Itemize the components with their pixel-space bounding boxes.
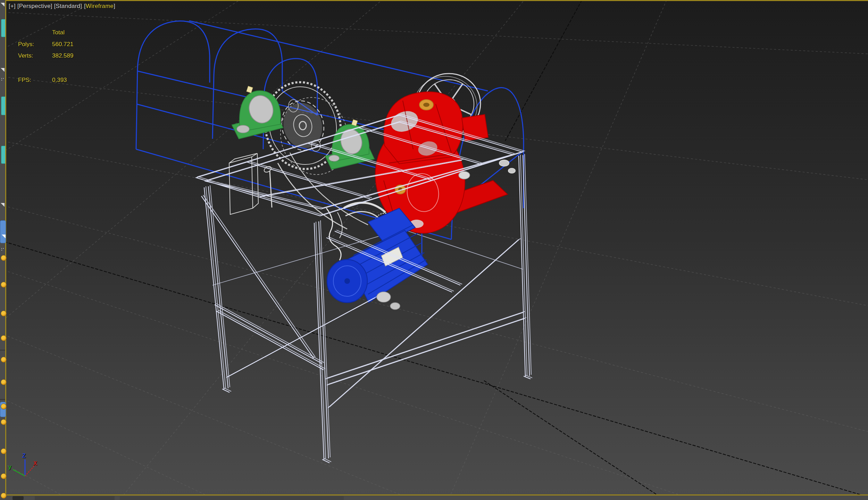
toolbar-separator xyxy=(0,399,5,400)
stats-polys-value: 560.721 xyxy=(52,41,73,48)
flyout-triangle-icon[interactable] xyxy=(1,203,5,207)
snap-toggle-blue-icon[interactable] xyxy=(0,402,6,417)
axis-z-label: Z xyxy=(22,453,26,459)
yellow-circle-tool-icon[interactable] xyxy=(1,419,7,425)
flyout-triangle-icon xyxy=(2,235,6,238)
grip-dots-icon xyxy=(1,78,4,80)
yellow-circle-tool-icon[interactable] xyxy=(1,473,7,479)
viewport-canvas[interactable] xyxy=(6,1,868,494)
stats-total-header: Total xyxy=(52,29,65,36)
trackbar-fragment xyxy=(12,496,24,500)
trackbar-fragment xyxy=(35,496,115,500)
shading-bracket-close: ] xyxy=(114,3,115,9)
grease-nipple-icon xyxy=(247,86,253,93)
toolbar-separator xyxy=(0,350,5,350)
stats-fps-label: FPS: xyxy=(18,77,52,84)
left-toolbar-sliver[interactable] xyxy=(0,0,5,500)
axis-y-label: y xyxy=(8,464,11,470)
pillow-block-bearing-left-green[interactable] xyxy=(232,86,283,139)
orange-ring-hole xyxy=(423,103,429,107)
yellow-circle-tool-icon[interactable] xyxy=(1,255,7,261)
snap-toggle-blue-icon[interactable] xyxy=(0,220,6,243)
trackbar-fragment xyxy=(120,496,344,500)
yellow-circle-tool-icon[interactable] xyxy=(1,282,7,288)
shading-mode-label[interactable]: Wireframe xyxy=(86,3,114,9)
pillow-block-bearing-right-green[interactable] xyxy=(325,119,374,169)
yellow-circle-tool-icon[interactable] xyxy=(1,335,7,341)
home-grid xyxy=(6,1,868,494)
flyout-triangle-icon[interactable] xyxy=(1,68,5,72)
world-axis-lines xyxy=(6,1,868,494)
stats-verts-label: Verts: xyxy=(18,52,52,59)
yellow-circle-tool-icon xyxy=(1,404,7,409)
flyout-triangle-icon[interactable] xyxy=(1,3,5,7)
perspective-viewport[interactable] xyxy=(5,0,868,495)
stats-verts-value: 382.589 xyxy=(52,52,73,59)
stats-fps-value: 0,393 xyxy=(52,77,67,84)
viewport-label-menus[interactable]: [+] [Perspective] [Standard] xyxy=(9,3,82,9)
yellow-circle-tool-icon[interactable] xyxy=(1,357,7,363)
viewport-label[interactable]: [+] [Perspective] [Standard][Wireframe] xyxy=(9,3,115,10)
3dsmax-viewport-screenshot: { "viewport": { "label_left": "[+] [Pers… xyxy=(0,0,868,500)
teal-button-fragment-icon[interactable] xyxy=(1,96,5,115)
axis-x-label: X xyxy=(33,460,37,467)
yellow-circle-tool-icon[interactable] xyxy=(1,311,7,316)
bottom-edge-strip xyxy=(0,495,868,500)
teal-button-fragment-icon[interactable] xyxy=(1,146,5,164)
yellow-circle-tool-icon[interactable] xyxy=(1,379,7,385)
grip-dots-icon xyxy=(1,248,4,251)
stats-polys-label: Polys: xyxy=(18,41,52,48)
statistics-overlay: Total Polys:560.721 Verts:382.589 FPS:0,… xyxy=(18,29,73,88)
grease-nipple-icon xyxy=(352,119,358,126)
yellow-circle-tool-icon[interactable] xyxy=(1,448,7,454)
teal-button-fragment-icon[interactable] xyxy=(1,19,5,37)
axis-tripod xyxy=(13,459,35,476)
yellow-circle-tool-icon[interactable] xyxy=(1,493,7,499)
